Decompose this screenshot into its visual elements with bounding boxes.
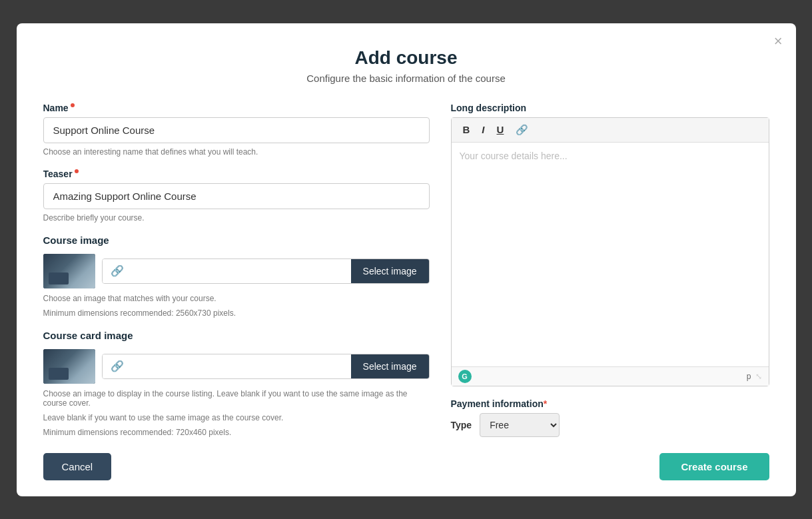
payment-info-label: Payment information* — [451, 398, 769, 409]
resize-handle[interactable]: ⤡ — [755, 372, 762, 381]
course-image-preview — [43, 254, 95, 288]
editor-placeholder: Your course details here... — [460, 151, 568, 161]
payment-info-group: Payment information* Type Free Paid — [451, 398, 769, 437]
course-card-image-preview — [43, 349, 95, 384]
payment-type-label: Type — [451, 420, 472, 430]
course-image-hint2: Minimum dimensions recommended: 2560x730… — [43, 308, 430, 318]
add-course-modal: × Add course Configure the basic informa… — [17, 23, 796, 496]
course-card-image-section: Course card image 🔗 Select image Choose … — [43, 330, 430, 437]
card-thumbnail-decoration — [49, 368, 69, 380]
name-input[interactable] — [43, 117, 430, 143]
name-field-group: Name Choose an interesting name that def… — [43, 103, 430, 157]
editor-footer: G p ⤡ — [452, 366, 769, 386]
link-toolbar-button[interactable]: 🔗 — [511, 122, 533, 138]
teaser-field-group: Teaser Describe briefly your course. — [43, 169, 430, 223]
long-description-group: Long description B I U 🔗 Your course det… — [451, 103, 769, 386]
teaser-input[interactable] — [43, 183, 430, 209]
left-column: Name Choose an interesting name that def… — [43, 103, 430, 437]
select-card-image-button[interactable]: Select image — [351, 354, 429, 378]
name-label: Name — [43, 103, 430, 113]
modal-title: Add course — [43, 47, 769, 69]
course-image-section: Course image 🔗 Select image Choose an im… — [43, 235, 430, 318]
teaser-hint: Describe briefly your course. — [43, 213, 430, 223]
course-card-url-row: 🔗 Select image — [102, 354, 430, 379]
grammarly-icon: G — [458, 370, 472, 383]
create-course-button[interactable]: Create course — [659, 453, 769, 480]
cancel-button[interactable]: Cancel — [43, 453, 112, 480]
modal-body: Name Choose an interesting name that def… — [43, 103, 769, 437]
course-image-row: 🔗 Select image — [43, 254, 430, 288]
modal-header: Add course Configure the basic informati… — [43, 47, 769, 84]
modal-subtitle: Configure the basic information of the c… — [43, 73, 769, 84]
course-card-image-thumbnail — [43, 349, 95, 384]
teaser-label: Teaser — [43, 169, 430, 179]
course-image-hint1: Choose an image that matches with your c… — [43, 294, 430, 303]
required-indicator — [71, 103, 75, 107]
underline-button[interactable]: U — [492, 122, 509, 137]
link-icon: 🔗 — [103, 259, 132, 283]
select-course-image-button[interactable]: Select image — [351, 259, 429, 283]
payment-type-select[interactable]: Free Paid — [480, 413, 560, 437]
long-description-label: Long description — [451, 103, 769, 113]
course-image-thumbnail — [43, 254, 95, 288]
course-image-title: Course image — [43, 235, 430, 246]
card-link-icon: 🔗 — [103, 354, 132, 378]
course-image-url-input[interactable] — [132, 259, 351, 283]
modal-footer: Cancel Create course — [43, 442, 769, 480]
teaser-required-indicator — [75, 169, 79, 173]
right-column: Long description B I U 🔗 Your course det… — [451, 103, 769, 437]
editor-tag: p — [747, 372, 751, 381]
course-card-hint2: Leave blank if you want to use the same … — [43, 413, 430, 422]
editor-toolbar: B I U 🔗 — [452, 118, 769, 143]
course-card-image-row: 🔗 Select image — [43, 349, 430, 384]
bold-button[interactable]: B — [458, 122, 475, 137]
name-hint: Choose an interesting name that defines … — [43, 147, 430, 157]
editor-body[interactable]: Your course details here... — [452, 143, 769, 366]
course-card-url-input[interactable] — [132, 354, 351, 378]
italic-button[interactable]: I — [477, 122, 489, 137]
editor-container: B I U 🔗 Your course details here... G p — [451, 117, 769, 386]
course-image-url-row: 🔗 Select image — [102, 259, 430, 284]
course-card-hint3: Minimum dimensions recommended: 720x460 … — [43, 428, 430, 437]
course-card-hint1: Choose an image to display in the course… — [43, 389, 430, 408]
payment-row: Type Free Paid — [451, 413, 769, 437]
close-button[interactable]: × — [774, 34, 783, 49]
thumbnail-decoration — [49, 272, 69, 284]
course-card-image-title: Course card image — [43, 330, 430, 341]
